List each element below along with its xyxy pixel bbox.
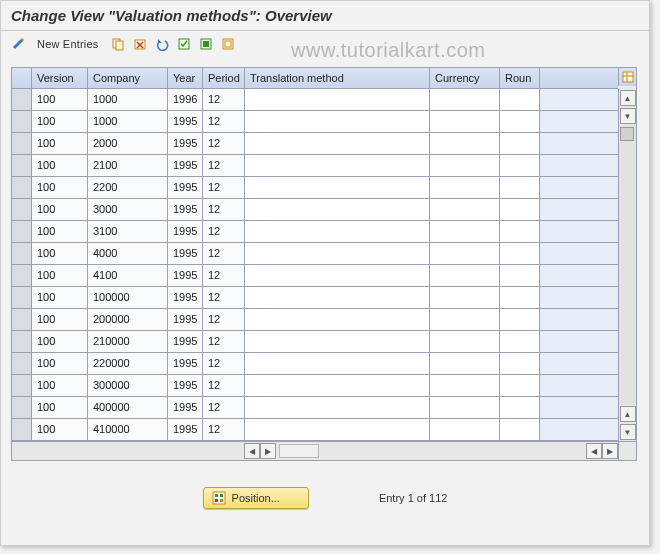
- cell-period[interactable]: 12: [203, 177, 245, 198]
- row-selector[interactable]: [12, 243, 32, 264]
- cell-period[interactable]: 12: [203, 397, 245, 418]
- cell-round[interactable]: [500, 265, 540, 286]
- cell-version[interactable]: 100: [32, 397, 88, 418]
- cell-year[interactable]: 1995: [168, 265, 203, 286]
- cell-version[interactable]: 100: [32, 199, 88, 220]
- cell-version[interactable]: 100: [32, 177, 88, 198]
- cell-version[interactable]: 100: [32, 331, 88, 352]
- cell-round[interactable]: [500, 221, 540, 242]
- row-selector[interactable]: [12, 375, 32, 396]
- scroll-down-step-button[interactable]: ▼: [620, 108, 636, 124]
- cell-year[interactable]: 1995: [168, 419, 203, 440]
- cell-currency[interactable]: [430, 397, 500, 418]
- row-selector[interactable]: [12, 221, 32, 242]
- row-selector[interactable]: [12, 309, 32, 330]
- column-currency[interactable]: Currency: [430, 68, 500, 88]
- cell-period[interactable]: 12: [203, 353, 245, 374]
- cell-version[interactable]: 100: [32, 155, 88, 176]
- row-selector[interactable]: [12, 133, 32, 154]
- cell-year[interactable]: 1995: [168, 309, 203, 330]
- cell-translation-method[interactable]: [245, 375, 430, 396]
- cell-company[interactable]: 210000: [88, 331, 168, 352]
- cell-company[interactable]: 1000: [88, 89, 168, 110]
- cell-year[interactable]: 1995: [168, 221, 203, 242]
- row-selector[interactable]: [12, 331, 32, 352]
- cell-period[interactable]: 12: [203, 155, 245, 176]
- cell-company[interactable]: 2000: [88, 133, 168, 154]
- cell-currency[interactable]: [430, 309, 500, 330]
- cell-company[interactable]: 400000: [88, 397, 168, 418]
- toggle-display-change-icon[interactable]: [9, 35, 27, 53]
- cell-period[interactable]: 12: [203, 375, 245, 396]
- cell-period[interactable]: 12: [203, 199, 245, 220]
- cell-translation-method[interactable]: [245, 199, 430, 220]
- cell-currency[interactable]: [430, 221, 500, 242]
- scroll-thumb[interactable]: [620, 127, 634, 141]
- cell-period[interactable]: 12: [203, 309, 245, 330]
- cell-period[interactable]: 12: [203, 287, 245, 308]
- cell-currency[interactable]: [430, 155, 500, 176]
- cell-company[interactable]: 3100: [88, 221, 168, 242]
- cell-company[interactable]: 2100: [88, 155, 168, 176]
- cell-currency[interactable]: [430, 375, 500, 396]
- cell-currency[interactable]: [430, 265, 500, 286]
- row-selector[interactable]: [12, 111, 32, 132]
- cell-version[interactable]: 100: [32, 353, 88, 374]
- cell-round[interactable]: [500, 199, 540, 220]
- row-selector[interactable]: [12, 353, 32, 374]
- cell-translation-method[interactable]: [245, 133, 430, 154]
- cell-round[interactable]: [500, 331, 540, 352]
- column-period[interactable]: Period: [203, 68, 245, 88]
- row-selector[interactable]: [12, 397, 32, 418]
- scroll-down-button[interactable]: ▼: [620, 424, 636, 440]
- cell-currency[interactable]: [430, 111, 500, 132]
- row-selector[interactable]: [12, 155, 32, 176]
- cell-currency[interactable]: [430, 177, 500, 198]
- row-selector[interactable]: [12, 419, 32, 440]
- row-selector[interactable]: [12, 265, 32, 286]
- cell-currency[interactable]: [430, 331, 500, 352]
- horizontal-scrollbar[interactable]: ◀ ▶ ◀ ▶: [12, 442, 618, 460]
- cell-round[interactable]: [500, 177, 540, 198]
- cell-currency[interactable]: [430, 419, 500, 440]
- column-version[interactable]: Version: [32, 68, 88, 88]
- column-translation-method[interactable]: Translation method: [245, 68, 430, 88]
- new-entries-button[interactable]: New Entries: [31, 36, 105, 52]
- copy-entry-icon[interactable]: [109, 35, 127, 53]
- cell-company[interactable]: 220000: [88, 353, 168, 374]
- cell-currency[interactable]: [430, 133, 500, 154]
- cell-round[interactable]: [500, 309, 540, 330]
- cell-translation-method[interactable]: [245, 331, 430, 352]
- cell-translation-method[interactable]: [245, 265, 430, 286]
- select-all-icon[interactable]: [175, 35, 193, 53]
- cell-company[interactable]: 2200: [88, 177, 168, 198]
- cell-round[interactable]: [500, 89, 540, 110]
- scroll-left-end-button[interactable]: ◀: [586, 443, 602, 459]
- cell-version[interactable]: 100: [32, 133, 88, 154]
- cell-year[interactable]: 1995: [168, 397, 203, 418]
- cell-version[interactable]: 100: [32, 375, 88, 396]
- cell-year[interactable]: 1995: [168, 111, 203, 132]
- position-button[interactable]: Position...: [203, 487, 309, 509]
- hscroll-track[interactable]: [279, 444, 319, 458]
- column-round[interactable]: Roun: [500, 68, 540, 88]
- cell-period[interactable]: 12: [203, 111, 245, 132]
- cell-year[interactable]: 1995: [168, 243, 203, 264]
- cell-translation-method[interactable]: [245, 221, 430, 242]
- cell-year[interactable]: 1995: [168, 287, 203, 308]
- cell-translation-method[interactable]: [245, 243, 430, 264]
- cell-company[interactable]: 4100: [88, 265, 168, 286]
- scroll-left-button[interactable]: ◀: [244, 443, 260, 459]
- cell-currency[interactable]: [430, 89, 500, 110]
- row-selector[interactable]: [12, 177, 32, 198]
- cell-version[interactable]: 100: [32, 221, 88, 242]
- cell-translation-method[interactable]: [245, 177, 430, 198]
- cell-currency[interactable]: [430, 199, 500, 220]
- cell-translation-method[interactable]: [245, 419, 430, 440]
- cell-translation-method[interactable]: [245, 309, 430, 330]
- cell-round[interactable]: [500, 111, 540, 132]
- scroll-up-button[interactable]: ▲: [620, 90, 636, 106]
- cell-company[interactable]: 410000: [88, 419, 168, 440]
- cell-translation-method[interactable]: [245, 353, 430, 374]
- scroll-track[interactable]: [620, 125, 636, 405]
